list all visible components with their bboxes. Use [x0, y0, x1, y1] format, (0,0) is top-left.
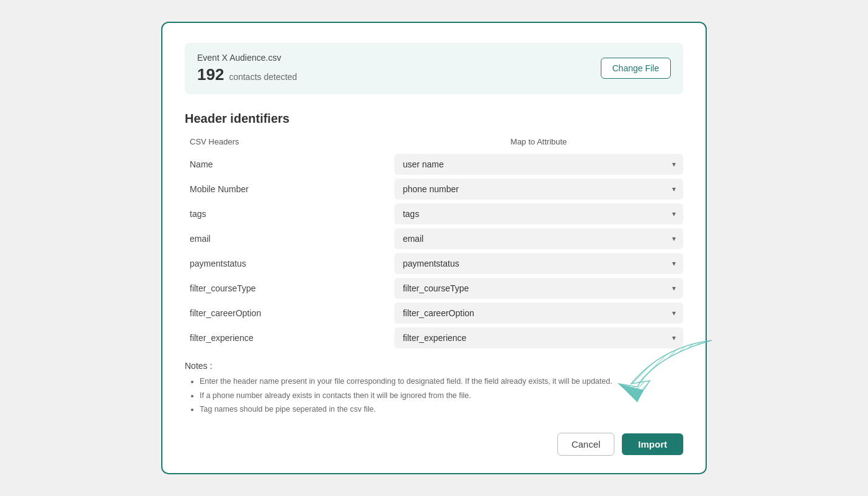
- import-button[interactable]: Import: [622, 433, 683, 455]
- file-info-bar: Event X Audience.csv 192 contacts detect…: [185, 43, 683, 94]
- map-attribute-select[interactable]: user namephone numbertagsemailpaymentsta…: [394, 327, 683, 348]
- change-file-button[interactable]: Change File: [601, 58, 671, 79]
- notes-list: Enter the header name present in your fi…: [185, 376, 683, 415]
- csv-label: filter_careerOption: [185, 308, 394, 318]
- table-row: paymentstatususer namephone numbertagsem…: [185, 253, 683, 274]
- map-select-wrapper: user namephone numbertagsemailpaymentsta…: [394, 154, 683, 175]
- col-csv-header: CSV Headers: [185, 137, 394, 146]
- table-row: emailuser namephone numbertagsemailpayme…: [185, 228, 683, 249]
- csv-label: email: [185, 234, 394, 244]
- csv-label: filter_courseType: [185, 283, 394, 293]
- map-select-wrapper: user namephone numbertagsemailpaymentsta…: [394, 278, 683, 299]
- csv-label: paymentstatus: [185, 259, 394, 268]
- file-info-left: Event X Audience.csv 192 contacts detect…: [197, 53, 297, 84]
- file-name: Event X Audience.csv: [197, 53, 297, 63]
- list-item: Tag names should be pipe seperated in th…: [200, 404, 683, 415]
- contact-count-number: 192: [197, 65, 224, 84]
- notes-title: Notes :: [185, 361, 683, 371]
- map-attribute-select[interactable]: user namephone numbertagsemailpaymentsta…: [394, 179, 683, 200]
- map-select-wrapper: user namephone numbertagsemailpaymentsta…: [394, 253, 683, 274]
- import-modal: Event X Audience.csv 192 contacts detect…: [161, 22, 707, 474]
- map-attribute-select[interactable]: user namephone numbertagsemailpaymentsta…: [394, 253, 683, 274]
- contact-count-label: contacts detected: [229, 72, 297, 82]
- table-row: filter_careerOptionuser namephone number…: [185, 303, 683, 324]
- cancel-button[interactable]: Cancel: [557, 433, 615, 456]
- section-title: Header identifiers: [185, 112, 683, 126]
- map-select-wrapper: user namephone numbertagsemailpaymentsta…: [394, 327, 683, 348]
- map-select-wrapper: user namephone numbertagsemailpaymentsta…: [394, 179, 683, 200]
- map-select-wrapper: user namephone numbertagsemailpaymentsta…: [394, 228, 683, 249]
- table-row: tagsuser namephone numbertagsemailpaymen…: [185, 203, 683, 224]
- mapping-header: CSV Headers Map to Attribute: [185, 137, 683, 151]
- map-attribute-select[interactable]: user namephone numbertagsemailpaymentsta…: [394, 228, 683, 249]
- map-attribute-select[interactable]: user namephone numbertagsemailpaymentsta…: [394, 303, 683, 324]
- table-row: filter_courseTypeuser namephone numberta…: [185, 278, 683, 299]
- map-attribute-select[interactable]: user namephone numbertagsemailpaymentsta…: [394, 154, 683, 175]
- table-row: Nameuser namephone numbertagsemailpaymen…: [185, 154, 683, 175]
- list-item: If a phone number already exists in cont…: [200, 390, 683, 402]
- table-row: filter_experienceuser namephone numberta…: [185, 327, 683, 348]
- mapping-table: CSV Headers Map to Attribute Nameuser na…: [185, 137, 683, 348]
- map-attribute-select[interactable]: user namephone numbertagsemailpaymentsta…: [394, 278, 683, 299]
- footer-buttons: Cancel Import: [185, 433, 683, 456]
- map-select-wrapper: user namephone numbertagsemailpaymentsta…: [394, 303, 683, 324]
- csv-label: filter_experience: [185, 333, 394, 343]
- list-item: Enter the header name present in your fi…: [200, 376, 683, 388]
- table-row: Mobile Numberuser namephone numbertagsem…: [185, 179, 683, 200]
- csv-label: Name: [185, 159, 394, 169]
- csv-label: Mobile Number: [185, 184, 394, 194]
- map-select-wrapper: user namephone numbertagsemailpaymentsta…: [394, 203, 683, 224]
- map-attribute-select[interactable]: user namephone numbertagsemailpaymentsta…: [394, 203, 683, 224]
- csv-label: tags: [185, 209, 394, 219]
- notes-section: Notes : Enter the header name present in…: [185, 361, 683, 415]
- contact-count: 192 contacts detected: [197, 65, 297, 84]
- col-map-header: Map to Attribute: [394, 137, 683, 146]
- mapping-rows: Nameuser namephone numbertagsemailpaymen…: [185, 154, 683, 348]
